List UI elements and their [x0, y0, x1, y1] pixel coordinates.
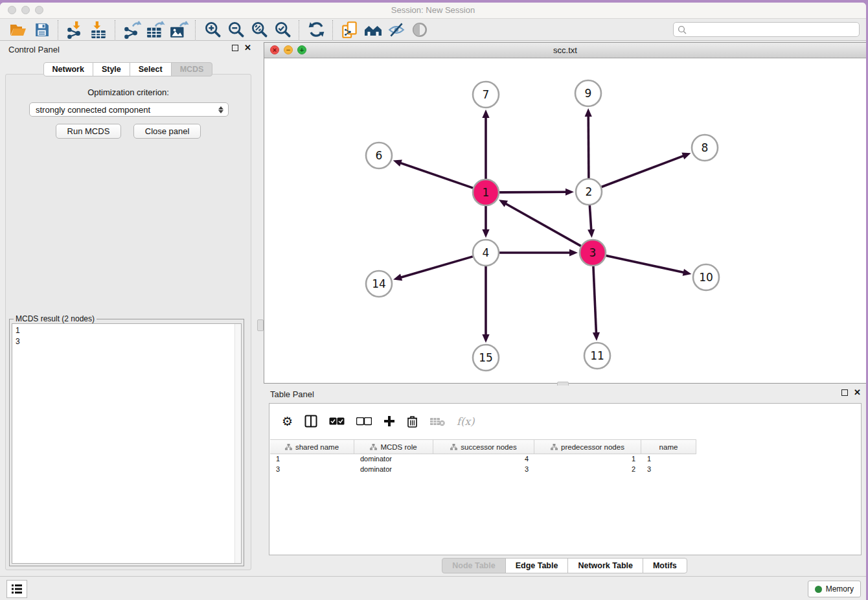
table-cell-predecessor-nodes[interactable]: 1 — [534, 454, 641, 464]
network-graph-canvas[interactable]: 7968124314101511 — [264, 58, 866, 383]
graph-node-15[interactable]: 15 — [473, 345, 499, 371]
graph-node-11[interactable]: 11 — [584, 343, 610, 369]
graph-node-9[interactable]: 9 — [575, 80, 601, 106]
show-graphics-details-button[interactable] — [410, 20, 429, 40]
tab-mcds[interactable]: MCDS — [171, 62, 213, 76]
node-label: 15 — [479, 351, 493, 364]
graph-node-1[interactable]: 1 — [473, 179, 499, 205]
table-row[interactable]: 1dominator411 — [270, 454, 696, 464]
node-label: 10 — [699, 271, 713, 284]
hierarchy-icon — [551, 444, 558, 450]
close-panel-icon[interactable]: ✕ — [244, 45, 251, 51]
graph-edge-1-6[interactable] — [400, 163, 473, 188]
float-table-panel-icon[interactable] — [841, 389, 848, 396]
export-table-button[interactable] — [146, 20, 165, 40]
import-table-button[interactable] — [89, 20, 108, 40]
tab-motifs[interactable]: Motifs — [643, 558, 687, 573]
graph-edge-2-9[interactable] — [588, 115, 589, 178]
column-header-predecessor-nodes[interactable]: predecessor nodes — [534, 440, 641, 454]
criterion-select[interactable]: strongly connected component — [29, 102, 229, 117]
result-scrollbar[interactable] — [234, 324, 241, 563]
column-header-successor-nodes[interactable]: successor nodes — [433, 440, 534, 454]
table-settings-button[interactable]: ⚙ — [282, 415, 293, 428]
table-cell-successor-nodes[interactable]: 3 — [433, 464, 534, 474]
graph-node-10[interactable]: 10 — [693, 264, 719, 290]
show-column-panel-button[interactable] — [304, 415, 317, 428]
app-store-button[interactable] — [363, 20, 383, 40]
graph-edge-arrowhead — [482, 229, 489, 238]
run-mcds-button[interactable]: Run MCDS — [56, 124, 122, 139]
save-session-button[interactable] — [32, 20, 51, 40]
export-network-button[interactable] — [122, 20, 142, 40]
table-cell-predecessor-nodes[interactable]: 2 — [534, 464, 641, 474]
graph-node-7[interactable]: 7 — [473, 82, 499, 108]
mcds-result-text[interactable]: 1 3 — [12, 323, 242, 564]
deselect-all-button[interactable] — [356, 417, 372, 426]
create-column-button[interactable] — [383, 415, 395, 427]
function-builder-button[interactable]: f(x) — [457, 415, 474, 428]
graph-node-6[interactable]: 6 — [366, 143, 392, 168]
zoom-fit-button[interactable] — [249, 20, 269, 40]
column-header-mcds-role[interactable]: MCDS role — [354, 440, 433, 454]
node-label: 3 — [589, 246, 597, 259]
table-cell-shared-name[interactable]: 3 — [270, 464, 354, 474]
graph-edge-3-1[interactable] — [505, 203, 581, 246]
graph-node-3[interactable]: 3 — [580, 240, 606, 266]
application-window: Session: New Session — [0, 3, 866, 600]
close-table-panel-icon[interactable]: ✕ — [854, 389, 861, 396]
hierarchy-icon — [450, 444, 457, 450]
clone-network-button[interactable] — [340, 20, 360, 40]
vertical-splitter-handle[interactable] — [257, 319, 264, 331]
graph-edge-4-14[interactable] — [400, 257, 473, 278]
task-history-button[interactable] — [6, 580, 27, 598]
graph-node-4[interactable]: 4 — [473, 240, 499, 266]
apply-layout-button[interactable] — [306, 20, 326, 40]
houses-icon — [363, 21, 383, 38]
tab-node-table[interactable]: Node Table — [442, 558, 505, 573]
hide-graphics-details-button[interactable] — [387, 20, 406, 40]
import-network-button[interactable] — [65, 20, 85, 40]
graph-node-14[interactable]: 14 — [366, 271, 392, 297]
column-header-label: predecessor nodes — [561, 443, 624, 451]
control-panel-title: Control Panel — [8, 45, 60, 54]
tab-select[interactable]: Select — [130, 62, 172, 76]
delete-column-button[interactable] — [429, 417, 445, 426]
tab-network[interactable]: Network — [43, 62, 93, 76]
table-row[interactable]: 3dominator323 — [270, 464, 696, 474]
close-panel-button[interactable]: Close panel — [133, 124, 201, 139]
tab-network-table[interactable]: Network Table — [567, 558, 643, 573]
delete-rows-button[interactable] — [407, 415, 418, 428]
criterion-select-value: strongly connected component — [36, 105, 150, 115]
float-panel-icon[interactable] — [232, 45, 238, 51]
column-header-name[interactable]: name — [641, 440, 696, 454]
open-session-button[interactable] — [8, 20, 28, 40]
table-cell-successor-nodes[interactable]: 4 — [433, 454, 534, 464]
table-cell-mcds-role[interactable]: dominator — [354, 464, 433, 474]
graph-node-8[interactable]: 8 — [692, 135, 718, 161]
graph-edge-3-10[interactable] — [606, 255, 685, 272]
zoom-out-button[interactable] — [226, 20, 246, 40]
graph-edge-2-3[interactable] — [589, 205, 591, 231]
table-cell-name[interactable]: 1 — [641, 454, 696, 464]
tab-style[interactable]: Style — [93, 62, 130, 76]
table-cell-mcds-role[interactable]: dominator — [354, 454, 433, 464]
memory-button[interactable]: Memory — [808, 581, 861, 597]
graph-edge-arrowhead — [681, 153, 691, 159]
graph-edge-2-8[interactable] — [602, 156, 685, 187]
search-input[interactable] — [689, 25, 855, 35]
graph-edge-1-2[interactable] — [499, 192, 567, 192]
zoom-selected-button[interactable] — [273, 20, 292, 40]
tab-edge-table[interactable]: Edge Table — [505, 558, 569, 573]
search-box[interactable] — [673, 22, 860, 37]
network-window-titlebar[interactable]: × − + scc.txt — [264, 43, 866, 58]
import-network-icon — [66, 21, 84, 39]
graph-node-2[interactable]: 2 — [576, 179, 602, 205]
graph-edge-3-11[interactable] — [593, 266, 597, 334]
column-header-shared-name[interactable]: shared name — [270, 440, 354, 454]
fx-icon: f(x) — [457, 415, 474, 428]
table-cell-shared-name[interactable]: 1 — [270, 454, 354, 464]
select-all-button[interactable] — [329, 417, 345, 426]
table-cell-name[interactable]: 3 — [641, 464, 696, 474]
zoom-in-button[interactable] — [203, 20, 222, 40]
export-image-button[interactable] — [169, 20, 188, 40]
